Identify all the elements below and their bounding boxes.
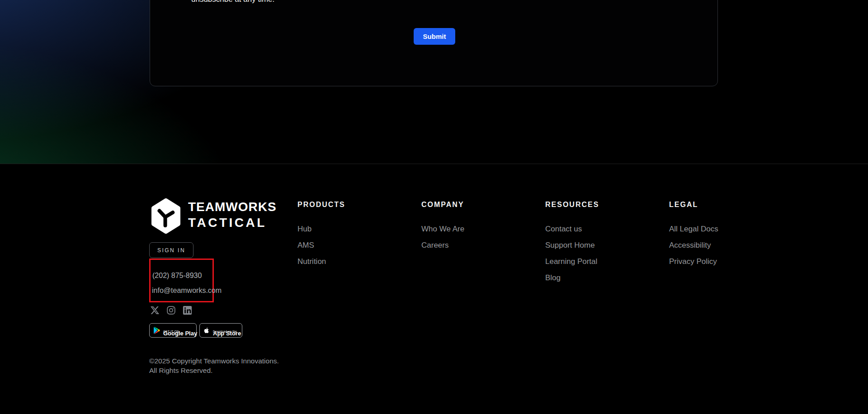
footer-link[interactable]: Privacy Policy <box>669 258 782 265</box>
instagram-icon[interactable] <box>166 306 176 315</box>
footer-column-title: LEGAL <box>669 201 782 209</box>
email-link[interactable]: info@teamworks.com <box>152 287 222 295</box>
footer-column-company: COMPANY Who We AreCareers <box>421 201 534 258</box>
brand-name-line2: TACTICAL <box>188 216 267 230</box>
footer-column-products: PRODUCTS HubAMSNutrition <box>297 201 410 274</box>
google-play-badge[interactable]: GET IT ON Google Play <box>149 323 197 338</box>
footer-link[interactable]: Who We Are <box>421 225 534 233</box>
footer-link[interactable]: Contact us <box>545 225 658 233</box>
newsletter-disclaimer: unsubscribe at any time. <box>191 0 274 5</box>
footer-link[interactable]: Careers <box>421 241 534 249</box>
footer-column-title: RESOURCES <box>545 201 658 209</box>
footer-column-resources: RESOURCES Contact usSupport HomeLearning… <box>545 201 658 290</box>
footer-column-legal: LEGAL All Legal DocsAccessibilityPrivacy… <box>669 201 782 274</box>
footer: TEAMWORKS TACTICAL SIGN IN (202) 875-893… <box>0 164 868 414</box>
linkedin-icon[interactable] <box>183 306 192 315</box>
contact-highlight-box: (202) 875-8930 info@teamworks.com <box>149 259 214 302</box>
app-store-badge[interactable]: Download on the App Store <box>199 323 242 338</box>
brand-hexagon-icon <box>149 198 183 234</box>
footer-link[interactable]: Accessibility <box>669 241 782 249</box>
brand-name-line1: TEAMWORKS <box>188 200 277 214</box>
brand-logo[interactable]: TEAMWORKS TACTICAL <box>149 197 276 234</box>
footer-link[interactable]: Nutrition <box>297 258 410 265</box>
sign-in-button[interactable]: SIGN IN <box>149 242 193 258</box>
footer-link[interactable]: Hub <box>297 225 410 233</box>
footer-column-title: COMPANY <box>421 201 534 209</box>
footer-link[interactable]: AMS <box>297 241 410 249</box>
apple-icon <box>203 326 210 334</box>
footer-link[interactable]: Learning Portal <box>545 258 658 265</box>
google-play-name: Google Play <box>163 330 197 336</box>
google-play-icon <box>153 326 160 334</box>
copyright-line2: All Rights Reserved. <box>149 367 212 375</box>
footer-link[interactable]: All Legal Docs <box>669 225 782 233</box>
footer-link[interactable]: Support Home <box>545 241 658 249</box>
newsletter-card: unsubscribe at any time. Submit <box>150 0 718 86</box>
newsletter-section: unsubscribe at any time. Submit <box>0 0 868 164</box>
copyright-line1: ©2025 Copyright Teamworks Innovations. <box>149 357 279 365</box>
submit-button[interactable]: Submit <box>414 28 455 45</box>
x-icon[interactable] <box>150 306 160 315</box>
app-store-name: App Store <box>213 330 241 336</box>
footer-column-title: PRODUCTS <box>297 201 410 209</box>
phone-link[interactable]: (202) 875-8930 <box>152 272 202 280</box>
footer-link[interactable]: Blog <box>545 274 658 282</box>
